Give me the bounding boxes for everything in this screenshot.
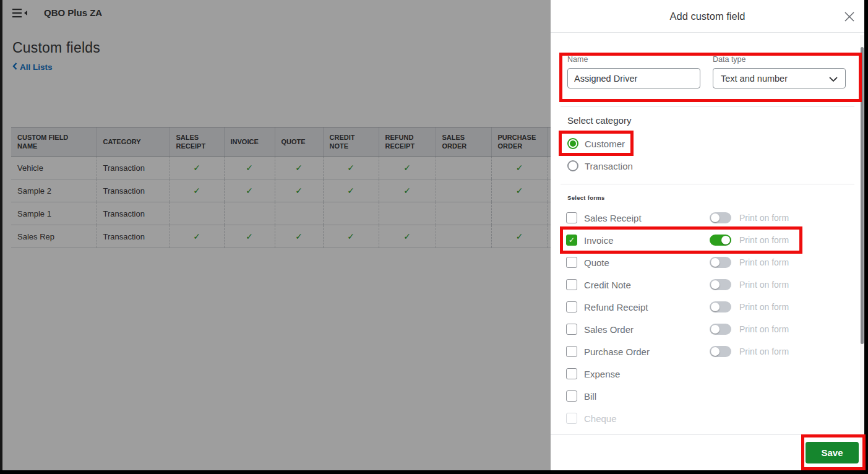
form-row: ✓ Invoice Print on form [551,229,864,251]
radio-button-icon[interactable] [567,160,578,171]
toggle-knob-icon [711,303,720,311]
toggle-knob-icon [721,236,730,244]
form-row: Bill [551,385,864,407]
print-on-form-label: Print on form [739,347,789,356]
print-on-form-toggle[interactable] [710,279,731,290]
form-label: Sales Receipt [584,213,642,223]
print-on-form-toggle[interactable] [710,324,731,335]
category-option-label: Customer [585,139,625,149]
section-divider [561,106,854,107]
form-checkbox[interactable] [566,346,577,357]
form-checkbox[interactable] [566,390,577,402]
form-row: Sales Receipt Print on form [551,207,864,229]
save-button[interactable]: Save [806,442,859,463]
data-type-selected-value: Text and number [721,74,788,84]
print-on-form-label: Print on form [739,324,789,334]
form-label: Invoice [584,235,614,246]
form-label: Sales Order [584,324,634,335]
form-row: Refund Receipt Print on form [551,296,864,318]
frame-border-bottom [0,470,868,474]
form-row: Quote Print on form [551,251,864,274]
drawer-header: Add custom field [551,0,864,33]
form-label: Quote [584,257,609,268]
print-on-form-toggle[interactable] [710,346,731,357]
close-icon[interactable] [842,9,857,24]
print-on-form-toggle[interactable] [710,257,731,268]
form-checkbox[interactable] [566,212,577,223]
frame-border-right [864,0,868,474]
name-input[interactable] [567,68,700,88]
form-checkbox[interactable]: ✓ [566,235,577,246]
form-checkbox[interactable] [566,301,577,312]
radio-button-icon[interactable] [567,138,578,149]
drawer-footer: Save [551,434,864,470]
form-label: Credit Note [584,280,631,290]
category-option[interactable]: Customer [567,132,852,155]
category-options-list: Customer Transaction [567,132,852,177]
form-checkbox[interactable] [566,324,577,335]
modal-dim-overlay [0,0,551,474]
data-type-field-label: Data type [713,55,746,64]
form-label: Expense [584,369,620,379]
select-category-heading: Select category [567,115,631,126]
forms-list: Sales Receipt Print on form ✓ Invoice Pr… [551,207,864,429]
form-row: Purchase Order Print on form [551,340,864,363]
form-checkbox[interactable] [566,413,577,424]
print-on-form-label: Print on form [739,235,789,245]
print-on-form-label: Print on form [739,213,789,223]
form-label: Bill [584,391,596,402]
toggle-knob-icon [711,347,720,356]
print-on-form-label: Print on form [739,302,789,312]
toggle-knob-icon [711,325,720,334]
form-row: Expense [551,363,864,385]
form-checkbox[interactable] [566,279,577,290]
toggle-knob-icon [711,280,720,289]
data-type-dropdown[interactable]: Text and number [713,68,846,88]
frame-border-left [0,0,2,474]
screenshot-stage: QBO Plus ZA Custom fields All Lists CUST… [0,0,868,474]
chevron-down-icon [829,73,838,84]
toggle-knob-icon [711,258,720,267]
print-on-form-label: Print on form [739,257,789,267]
print-on-form-toggle[interactable] [710,301,731,312]
form-label: Refund Receipt [584,302,648,312]
print-on-form-label: Print on form [739,280,789,290]
form-checkbox[interactable] [566,257,577,268]
form-row: Credit Note Print on form [551,274,864,296]
add-custom-field-drawer: Add custom field Name Data type Text and… [551,0,864,470]
form-label: Cheque [584,413,617,424]
form-row: Sales Order Print on form [551,318,864,340]
category-option-label: Transaction [585,161,633,171]
section-divider [561,184,854,184]
form-label: Purchase Order [584,347,650,357]
category-option[interactable]: Transaction [567,155,852,177]
print-on-form-toggle[interactable] [710,212,731,223]
drawer-title: Add custom field [551,0,864,33]
toggle-knob-icon [711,213,720,222]
form-checkbox[interactable] [566,368,577,379]
select-forms-heading: Select forms [567,194,605,201]
print-on-form-toggle[interactable] [710,235,731,246]
name-field-label: Name [567,55,588,64]
form-row: Cheque [551,407,864,429]
scrollbar-thumb[interactable] [861,47,864,344]
